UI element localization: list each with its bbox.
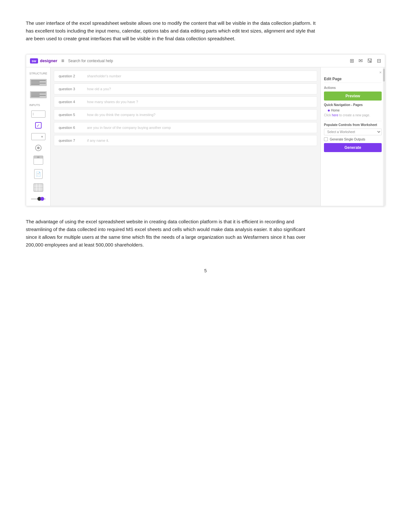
sidebar-dropdown[interactable]: ▼ bbox=[28, 132, 48, 141]
structure-line-short bbox=[31, 96, 40, 97]
question-row: question 6are you in favor of the compan… bbox=[54, 122, 317, 133]
sidebar-file-upload[interactable]: 📄 bbox=[28, 168, 48, 180]
logo-designer: designer bbox=[40, 58, 57, 63]
nav-page-home[interactable]: Home bbox=[324, 108, 382, 113]
question-list: question 2shareholder's numberquestion 3… bbox=[54, 71, 317, 146]
preview-button[interactable]: Preview bbox=[324, 92, 382, 101]
question-content: are you in favor of the company buying a… bbox=[87, 126, 312, 130]
question-label: question 7 bbox=[59, 139, 82, 142]
slider-thumb-right bbox=[40, 197, 44, 201]
calendar-header: 20 bbox=[34, 156, 43, 159]
nav-page-home-label: Home bbox=[331, 109, 340, 112]
question-label: question 2 bbox=[59, 74, 82, 78]
edit-page-title: Edit Page bbox=[324, 77, 382, 83]
text-input-icon: I bbox=[31, 111, 45, 118]
quick-nav-section: Quick Navigation - Pages Home Click here… bbox=[324, 103, 382, 117]
sidebar: Structure Inputs bbox=[26, 67, 51, 206]
question-content: how do you think the company is investin… bbox=[87, 113, 312, 117]
quick-nav-title: Quick Navigation - Pages bbox=[324, 103, 382, 107]
question-label: question 4 bbox=[59, 100, 82, 104]
structure-label: Structure bbox=[28, 72, 48, 75]
generate-single-label: Generate Single Outputs bbox=[330, 138, 365, 141]
question-content: if any name it. bbox=[87, 139, 312, 142]
question-label: question 6 bbox=[59, 126, 82, 130]
grid-cell bbox=[34, 186, 37, 189]
grid-cell bbox=[37, 189, 40, 191]
structure-line bbox=[31, 83, 46, 83]
logo: sw designer bbox=[30, 58, 57, 63]
sidebar-radio[interactable] bbox=[28, 143, 48, 152]
right-panel: × Edit Page Actions Preview Quick Naviga… bbox=[320, 67, 385, 206]
sidebar-checkbox[interactable]: ✓ bbox=[28, 121, 48, 130]
grid-icon[interactable]: ⊞ bbox=[350, 58, 354, 64]
grid-cell bbox=[40, 189, 43, 191]
hamburger-icon[interactable]: ≡ bbox=[61, 58, 64, 64]
sidebar-structure-2[interactable] bbox=[28, 90, 48, 100]
dropdown-icon: ▼ bbox=[31, 133, 45, 140]
slider-track bbox=[31, 198, 46, 199]
question-label: question 3 bbox=[59, 87, 82, 91]
structure-line-short bbox=[31, 94, 40, 94]
actions-section: Actions bbox=[324, 86, 382, 90]
generate-single-checkbox[interactable] bbox=[324, 137, 328, 141]
structure-line-short bbox=[31, 84, 40, 85]
content-area: question 2shareholder's numberquestion 3… bbox=[51, 67, 320, 206]
structure-block-2 bbox=[30, 91, 47, 98]
grid-cell bbox=[34, 184, 37, 186]
grid-cell bbox=[37, 186, 40, 189]
top-bar: sw designer ≡ ⊞ ✉ 🖫 ⊟ bbox=[26, 54, 385, 67]
inputs-label: Inputs bbox=[28, 103, 48, 107]
sidebar-slider[interactable] bbox=[28, 195, 48, 203]
create-page-link[interactable]: here bbox=[332, 113, 338, 117]
radio-icon bbox=[35, 145, 42, 151]
grid-cell bbox=[40, 186, 43, 189]
question-row: question 4how many shares do you have ? bbox=[54, 96, 317, 107]
structure-line bbox=[31, 95, 46, 96]
outro-paragraph: The advantage of using the excel spreads… bbox=[26, 218, 316, 249]
create-page-text: Click here to create a new page. bbox=[324, 113, 382, 117]
question-content: how old a you? bbox=[87, 87, 312, 91]
question-row: question 2shareholder's number bbox=[54, 71, 317, 82]
generate-button[interactable]: Generate bbox=[324, 143, 382, 152]
scrollbar-thumb[interactable] bbox=[383, 69, 385, 82]
close-button[interactable]: × bbox=[324, 70, 382, 75]
logo-sw: sw bbox=[30, 58, 38, 63]
question-label: question 5 bbox=[59, 113, 82, 117]
cursor-symbol: I bbox=[33, 112, 34, 116]
slider-icon bbox=[31, 196, 46, 201]
calendar-icon: 20 bbox=[34, 156, 43, 165]
sidebar-calendar[interactable]: 20 bbox=[28, 154, 48, 166]
populate-title: Populate Controls from Worksheet bbox=[324, 123, 382, 127]
question-content: shareholder's number bbox=[87, 74, 312, 78]
structure-line bbox=[31, 92, 46, 93]
worksheet-select[interactable]: Select a Worksheet bbox=[324, 129, 382, 135]
question-content: how many shares do you have ? bbox=[87, 100, 312, 104]
main-layout: Structure Inputs bbox=[26, 67, 385, 206]
question-row: question 3how old a you? bbox=[54, 83, 317, 94]
populate-section: Populate Controls from Worksheet Select … bbox=[324, 121, 382, 152]
sidebar-grid[interactable] bbox=[28, 182, 48, 193]
sidebar-text-input[interactable]: I bbox=[28, 109, 48, 119]
structure-block-1 bbox=[30, 79, 47, 86]
sidebar-structure-1[interactable] bbox=[28, 78, 48, 88]
save-icon[interactable]: 🖫 bbox=[367, 58, 372, 64]
bullet-icon bbox=[328, 110, 330, 111]
grid-cell bbox=[40, 184, 43, 186]
exit-icon[interactable]: ⊟ bbox=[377, 58, 381, 64]
page-number: 5 bbox=[26, 268, 385, 273]
structure-line bbox=[31, 80, 46, 81]
screenshot-container: sw designer ≡ ⊞ ✉ 🖫 ⊟ Structure bbox=[26, 54, 385, 206]
file-icon: 📄 bbox=[34, 169, 43, 179]
generate-single-row: Generate Single Outputs bbox=[324, 137, 382, 141]
checkbox-icon: ✓ bbox=[35, 122, 42, 129]
structure-line-short bbox=[31, 82, 40, 82]
intro-paragraph: The user interface of the excel spreadsh… bbox=[26, 19, 316, 43]
question-row: question 5how do you think the company i… bbox=[54, 109, 317, 120]
search-input[interactable] bbox=[68, 59, 346, 63]
chevron-down-icon: ▼ bbox=[41, 135, 44, 139]
scrollbar-track bbox=[383, 67, 385, 206]
radio-inner bbox=[37, 147, 40, 149]
grid-table-icon bbox=[34, 183, 43, 192]
mail-icon[interactable]: ✉ bbox=[358, 58, 363, 64]
grid-cell bbox=[37, 184, 40, 186]
